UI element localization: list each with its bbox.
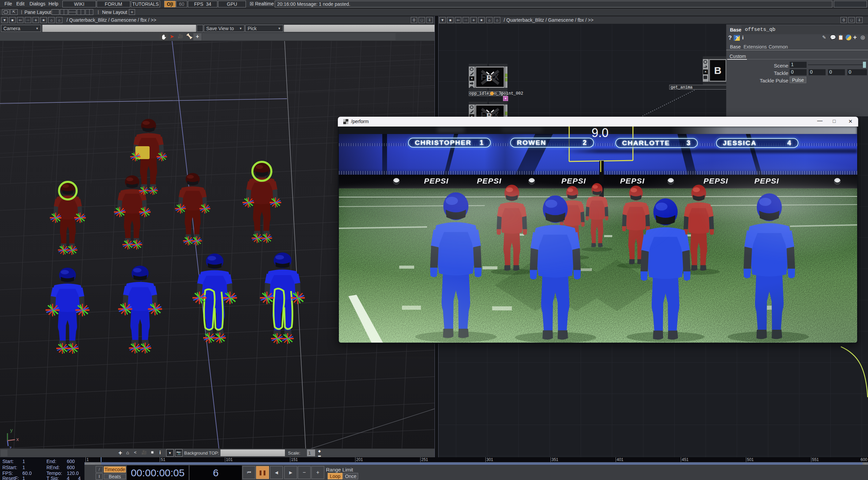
svg-text:B: B — [486, 74, 492, 83]
svg-text:x: x — [16, 436, 19, 442]
svg-text:z: z — [9, 445, 12, 448]
svg-text:y: y — [10, 427, 13, 433]
